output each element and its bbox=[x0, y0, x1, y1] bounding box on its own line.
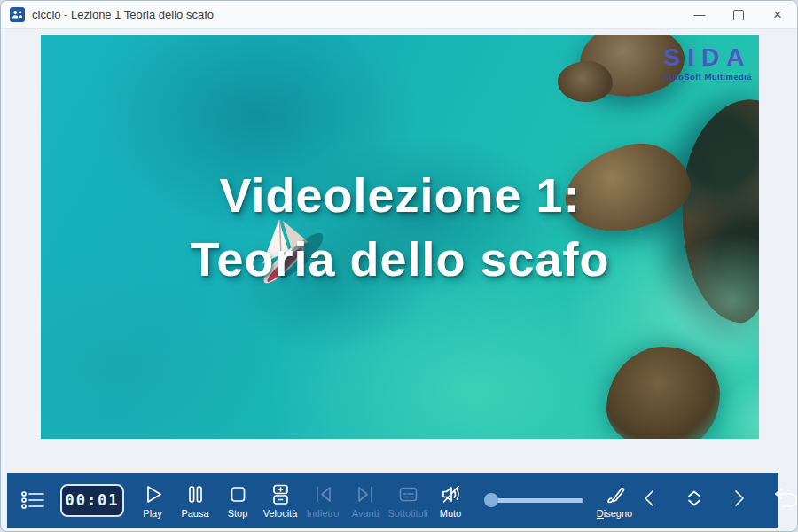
minimize-button[interactable]: — bbox=[680, 1, 719, 28]
draw-button[interactable]: Disegno bbox=[591, 482, 638, 519]
mute-button[interactable]: Muto bbox=[429, 482, 472, 519]
speed-label: Velocità bbox=[263, 509, 298, 519]
video-title-line2: Teoria dello scafo bbox=[41, 228, 759, 292]
back-label: Indietro bbox=[307, 509, 340, 519]
speaker-muted-icon bbox=[439, 482, 463, 506]
forward-label: Avanti bbox=[352, 509, 379, 519]
maximize-button[interactable] bbox=[719, 1, 758, 28]
subtitles-button[interactable]: Sottotitoli bbox=[387, 482, 429, 519]
exit-return-button[interactable] bbox=[771, 486, 798, 514]
video-display[interactable]: Videolezione 1: Teoria dello scafo SIDA … bbox=[41, 35, 759, 439]
lesson-navigation bbox=[638, 486, 798, 514]
subtitles-icon bbox=[396, 482, 420, 506]
stop-button[interactable]: Stop bbox=[216, 482, 259, 519]
chevron-left-icon bbox=[638, 487, 661, 510]
app-window: ciccio - Lezione 1 Teoria dello scafo — … bbox=[0, 0, 798, 532]
pause-icon bbox=[184, 482, 207, 506]
title-bar[interactable]: ciccio - Lezione 1 Teoria dello scafo — … bbox=[1, 1, 797, 29]
stop-icon bbox=[226, 482, 250, 506]
back-button[interactable]: Indietro bbox=[301, 482, 344, 519]
mute-label: Muto bbox=[440, 509, 461, 519]
stop-label: Stop bbox=[228, 509, 248, 519]
pause-button[interactable]: Pausa bbox=[174, 482, 216, 519]
video-title-overlay: Videolezione 1: Teoria dello scafo bbox=[41, 164, 759, 292]
skip-forward-icon bbox=[354, 482, 378, 506]
volume-slider-track[interactable] bbox=[489, 498, 583, 503]
video-title-line1: Videolezione 1: bbox=[41, 164, 759, 228]
skip-back-icon bbox=[311, 482, 335, 506]
pen-icon bbox=[603, 482, 627, 506]
player-toolbar: 00:01 Play Pausa Stop bbox=[7, 473, 778, 528]
volume-slider-handle[interactable] bbox=[484, 493, 498, 507]
sida-logo-text: SIDA bbox=[663, 45, 752, 70]
previous-button[interactable] bbox=[638, 487, 661, 513]
sida-logo: SIDA AutoSoft Multimedia bbox=[663, 45, 752, 82]
forward-button[interactable]: Avanti bbox=[344, 482, 387, 519]
maximize-icon bbox=[733, 10, 744, 20]
sida-logo-subtitle: AutoSoft Multimedia bbox=[663, 72, 752, 82]
window-title: ciccio - Lezione 1 Teoria dello scafo bbox=[32, 8, 214, 21]
pause-label: Pausa bbox=[181, 509, 208, 519]
chevron-right-icon bbox=[727, 487, 750, 510]
speed-button[interactable]: Velocità bbox=[259, 482, 301, 519]
draw-label: Disegno bbox=[597, 509, 632, 519]
rock-formation-top-small bbox=[558, 61, 613, 102]
volume-slider[interactable] bbox=[484, 493, 583, 507]
elapsed-time-display: 00:01 bbox=[60, 484, 124, 517]
close-button[interactable]: ✕ bbox=[758, 1, 797, 28]
next-button[interactable] bbox=[727, 487, 750, 513]
expand-collapse-button[interactable] bbox=[683, 487, 706, 513]
app-users-icon bbox=[10, 7, 25, 22]
chevron-up-down-icon bbox=[683, 487, 706, 510]
play-label: Play bbox=[143, 509, 161, 519]
return-arrow-icon bbox=[771, 486, 798, 511]
speed-plus-minus-icon bbox=[269, 482, 293, 506]
bulleted-list-icon bbox=[20, 487, 46, 513]
playlist-button[interactable] bbox=[18, 487, 48, 513]
play-button[interactable]: Play bbox=[131, 482, 174, 519]
subtitles-label: Sottotitoli bbox=[387, 509, 427, 519]
play-icon bbox=[141, 482, 165, 506]
